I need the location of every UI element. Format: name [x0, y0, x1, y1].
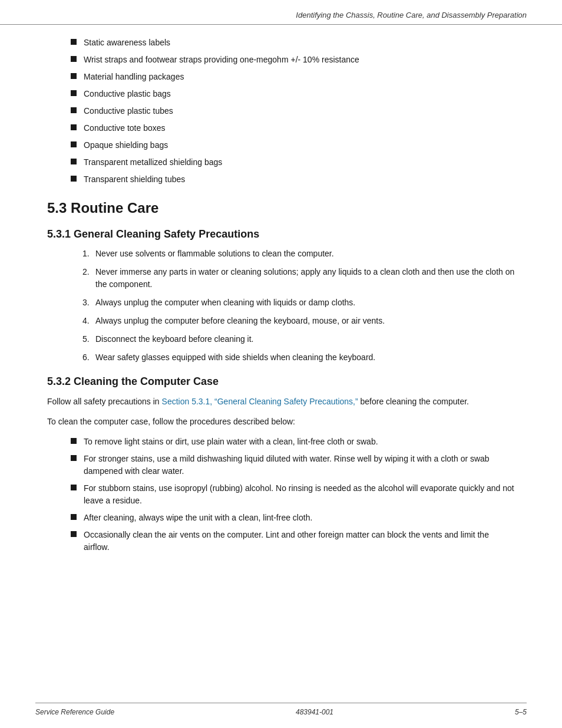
bullet-icon [71, 485, 77, 490]
case-bullet-list: To remove light stains or dirt, use plai… [71, 436, 515, 554]
bullet-icon [71, 455, 77, 461]
list-item: Conductive plastic tubes [71, 105, 515, 117]
cleaning-steps-list: 1.Never use solvents or flammable soluti… [82, 248, 515, 364]
bullet-icon [71, 514, 77, 520]
bullet-icon [71, 56, 77, 62]
bullet-icon [71, 141, 77, 147]
list-item: 5.Disconnect the keyboard before cleanin… [82, 333, 515, 345]
page: Identifying the Chassis, Routine Care, a… [0, 0, 562, 728]
list-item: Conductive plastic bags [71, 88, 515, 100]
list-item: Wrist straps and footwear straps providi… [71, 54, 515, 66]
list-item: For stubborn stains, use isopropyl (rubb… [71, 482, 515, 507]
list-item: Transparent metallized shielding bags [71, 156, 515, 169]
bullet-icon [71, 39, 77, 45]
section-5-3-2-heading: 5.3.2 Cleaning the Computer Case [47, 375, 515, 388]
bullet-list-items: Static awareness labelsWrist straps and … [71, 37, 515, 186]
section-5-3-1-link[interactable]: Section 5.3.1, “General Cleaning Safety … [162, 397, 358, 406]
list-item: Transparent shielding tubes [71, 173, 515, 186]
page-footer: Service Reference Guide 483941-001 5–5 [35, 703, 527, 716]
bullet-icon [71, 531, 77, 537]
main-content: Static awareness labelsWrist straps and … [0, 25, 562, 577]
list-item: Material handling packages [71, 71, 515, 83]
list-item: After cleaning, always wipe the unit wit… [71, 512, 515, 524]
bullet-icon [71, 73, 77, 79]
section-5-3-1-heading: 5.3.1 General Cleaning Safety Precaution… [47, 228, 515, 241]
bullet-icon [71, 90, 77, 96]
footer-center: 483941-001 [296, 708, 333, 716]
bullet-icon [71, 124, 77, 130]
bullet-icon [71, 438, 77, 444]
list-item: Static awareness labels [71, 37, 515, 49]
computer-case-para1: Follow all safety precautions in Section… [47, 395, 515, 408]
list-item: For stronger stains, use a mild dishwash… [71, 453, 515, 477]
section-5-3-heading: 5.3 Routine Care [47, 200, 515, 216]
page-header: Identifying the Chassis, Routine Care, a… [0, 0, 562, 25]
list-item: Opaque shielding bags [71, 139, 515, 151]
bullet-icon [71, 176, 77, 182]
bullet-icon [71, 107, 77, 113]
list-item: Conductive tote boxes [71, 122, 515, 134]
bullet-icon [71, 159, 77, 164]
computer-case-para2: To clean the computer case, follow the p… [47, 415, 515, 428]
header-title: Identifying the Chassis, Routine Care, a… [35, 11, 527, 19]
section-5-3: 5.3 Routine Care [47, 200, 515, 216]
list-item: 2.Never immerse any parts in water or cl… [82, 266, 515, 291]
section-5-3-1: 5.3.1 General Cleaning Safety Precaution… [47, 228, 515, 364]
list-item: 4.Always unplug the computer before clea… [82, 315, 515, 327]
list-item: 3.Always unplug the computer when cleani… [82, 297, 515, 309]
list-item: Occasionally clean the air vents on the … [71, 529, 515, 554]
section-5-3-2: 5.3.2 Cleaning the Computer Case Follow … [47, 375, 515, 554]
footer-left: Service Reference Guide [35, 708, 114, 716]
footer-right: 5–5 [515, 708, 527, 716]
list-item: 6.Wear safety glasses equipped with side… [82, 351, 515, 364]
list-item: To remove light stains or dirt, use plai… [71, 436, 515, 448]
list-item: 1.Never use solvents or flammable soluti… [82, 248, 515, 260]
